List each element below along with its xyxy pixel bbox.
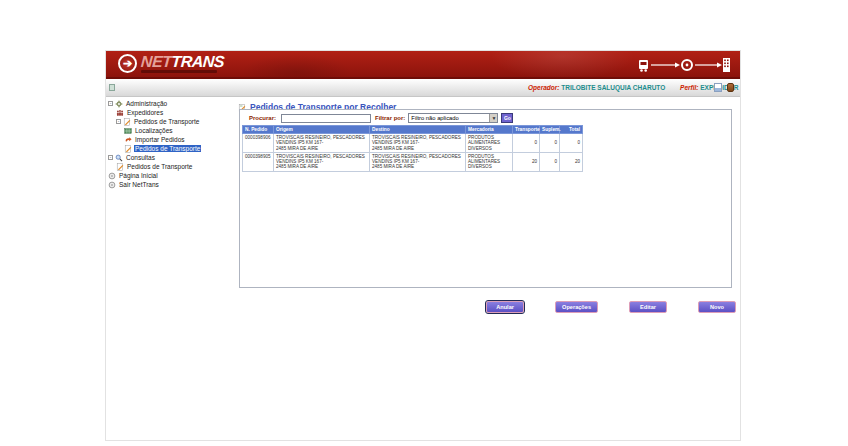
search-icon [115,154,123,162]
novo-button[interactable]: Novo [698,301,736,313]
table-cell: 0 [540,134,560,153]
anular-button[interactable]: Anular [486,301,524,313]
people-icon [116,109,124,117]
column-header: Origem [274,126,370,134]
logo-trans-text: TRANS [171,53,225,70]
table-cell: TROVISCAIS RESINEIRO, PESCADORES VENDINS… [274,134,370,153]
main-content: Pedidos de Transporte por Recolher Procu… [233,97,740,440]
sidebar-item-pedidos-de-transporte[interactable]: Pedidos de Transporte [106,144,233,153]
procurar-input[interactable] [281,114,371,123]
sidebar-item-label: Localizações [134,127,174,134]
app-header: ➔ NETTRANS [106,51,740,79]
logo-text: NETTRANS [140,53,224,70]
column-header: Transporte [513,126,540,134]
column-header: Suplem. [540,126,560,134]
table-cell: 0 [540,152,560,171]
sidebar-item-administracao[interactable]: -Administração [106,99,233,108]
filtro-selected-value: Filtro não aplicado [411,115,458,121]
column-header: Destino [370,126,466,134]
home-globe-icon [108,172,116,180]
sidebar-item-sair-nettrans[interactable]: Sair NetTrans [106,180,233,189]
nettrans-logo: ➔ NETTRANS [118,53,224,73]
table-row[interactable]: 0000398906TROVISCAIS RESINEIRO, PESCADOR… [243,134,583,153]
table-cell: 0000398906 [243,134,274,153]
nettrans-window: ➔ NETTRANS [105,50,741,441]
doc-pencil-icon [124,145,132,153]
sidebar-item-label: Sair NetTrans [118,181,160,188]
sidebar-item-label: Pedidos de Transporte [133,118,200,125]
column-header: Total [560,126,583,134]
filtrar-por-label: Filtrar por: [375,115,405,121]
table-cell: 0 [513,134,540,153]
sidebar-item-label: Consultas [125,154,156,161]
operador-label: Operador: [528,84,559,91]
sidebar-item-importar-pedidos[interactable]: Importar Pedidos [106,135,233,144]
sidebar-item-expedidores[interactable]: Expedidores [106,108,233,117]
sidebar-nav: -AdministraçãoExpedidores-Pedidos de Tra… [106,97,233,440]
procurar-label: Procurar: [249,115,276,121]
table-cell: TROVISCAIS RESINEIRO, PESCADORES VENDINS… [274,152,370,171]
action-buttons: AnularOperaçõesEditarNovo [239,301,736,313]
operador-value: TRILOBITE SALUQUIA CHARUTO [561,84,665,91]
sidebar-item-pagina-inicial[interactable]: Página Inicial [106,171,233,180]
table-cell: PRODUTOS ALIMENTARES DIVERSOS [466,134,513,153]
export-document-icon[interactable] [714,83,722,92]
exit-icon [108,181,116,189]
map-icon [124,127,132,135]
sidebar-item-label: Página Inicial [118,172,159,179]
operacoes-button[interactable]: Operações [555,301,598,313]
tree-expander-icon[interactable]: - [108,101,113,106]
import-icon [124,136,132,144]
column-header: Mercadoria [466,126,513,134]
table-cell: 0000398905 [243,152,274,171]
table-cell: TROVISCAIS RESINEIRO, PESCADORES VENDINS… [370,134,466,153]
sidebar-item-label: Administração [125,100,168,107]
operator-bar: Operador: TRILOBITE SALUQUIA CHARUTO Per… [106,79,740,97]
go-button[interactable]: Go [501,113,513,123]
logo-tagline-strip [141,70,217,73]
doc-pencil-icon [116,163,124,171]
sidebar-item-label: Pedidos de Transporte [126,163,193,170]
sidebar-item-label: Importar Pedidos [134,136,186,143]
table-cell: TROVISCAIS RESINEIRO, PESCADORES VENDINS… [370,152,466,171]
table-cell: 20 [513,152,540,171]
table-cell: 0 [560,134,583,153]
chevron-down-icon: ▼ [489,114,497,122]
table-header-row: N. PedidoOrigemDestinoMercadoriaTranspor… [243,126,583,134]
logo-arrow-icon: ➔ [118,54,137,73]
logout-icon[interactable] [727,83,734,92]
editar-button[interactable]: Editar [629,301,667,313]
sidebar-item-pedidos-de-transporte[interactable]: -Pedidos de Transporte [106,117,233,126]
perfil-label: Perfil: [680,84,698,91]
content-panel: Procurar: Filtrar por: Filtro não aplica… [239,109,732,288]
sidebar-item-pedidos-de-transporte[interactable]: Pedidos de Transporte [106,162,233,171]
logo-net-text: NET [140,53,172,70]
sidebar-item-localizacoes[interactable]: Localizações [106,126,233,135]
table-row[interactable]: 0000398905TROVISCAIS RESINEIRO, PESCADOR… [243,152,583,171]
sidebar-item-label: Pedidos de Transporte [134,145,201,152]
table-cell: PRODUTOS ALIMENTARES DIVERSOS [466,152,513,171]
tree-expander-icon[interactable]: - [108,155,113,160]
sidebar-item-label: Expedidores [126,109,164,116]
doc-pencil-icon [123,118,131,126]
column-header: N. Pedido [243,126,274,134]
filtro-select[interactable]: Filtro não aplicado ▼ [408,113,498,123]
sidebar-item-consultas[interactable]: -Consultas [106,153,233,162]
collapse-sidebar-icon[interactable] [109,84,115,91]
route-illustration-icon [637,55,732,75]
tree-expander-icon[interactable]: - [116,119,121,124]
admin-gear-icon [115,100,123,108]
orders-table: N. PedidoOrigemDestinoMercadoriaTranspor… [242,125,583,172]
table-cell: 20 [560,152,583,171]
